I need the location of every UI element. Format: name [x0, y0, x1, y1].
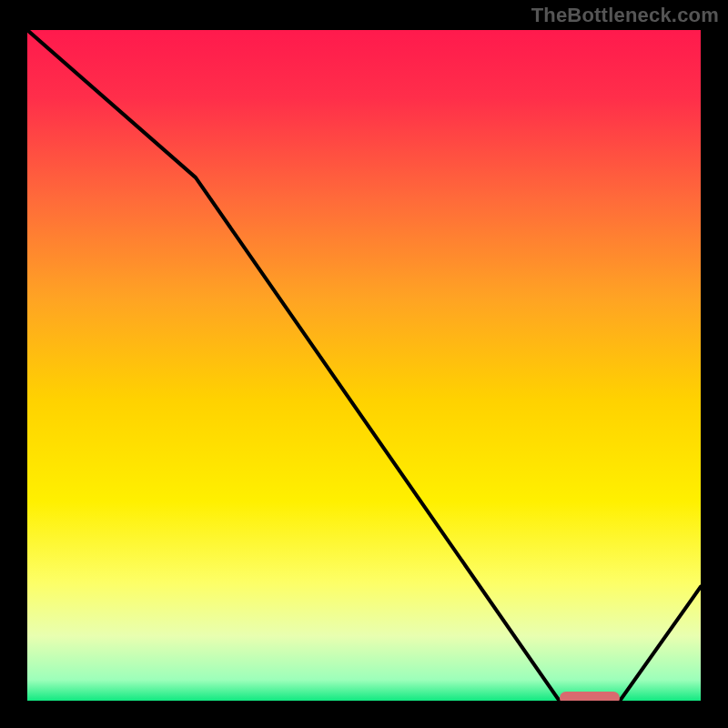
- bottleneck-curve: [27, 30, 701, 701]
- plot-frame: [25, 27, 703, 703]
- canvas: TheBottleneck.com: [0, 0, 728, 728]
- valley-marker: [560, 692, 621, 703]
- curve-polyline: [27, 30, 701, 701]
- watermark-text: TheBottleneck.com: [531, 4, 719, 27]
